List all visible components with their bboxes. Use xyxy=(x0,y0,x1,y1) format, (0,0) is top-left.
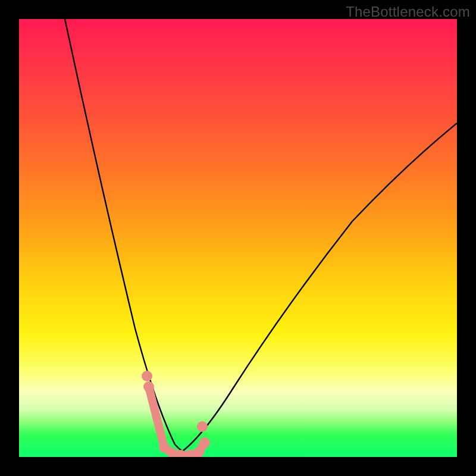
outer-black-frame: TheBottleneck.com xyxy=(0,0,476,476)
plot-area xyxy=(19,19,457,457)
curve-overlay-svg xyxy=(19,19,457,457)
svg-point-1 xyxy=(143,381,154,392)
svg-point-7 xyxy=(199,437,210,448)
svg-point-8 xyxy=(197,421,208,432)
sample-connector xyxy=(149,387,205,455)
svg-point-0 xyxy=(142,371,152,381)
watermark-text: TheBottleneck.com xyxy=(346,4,470,20)
left-curve xyxy=(65,19,198,457)
right-curve xyxy=(174,123,457,457)
